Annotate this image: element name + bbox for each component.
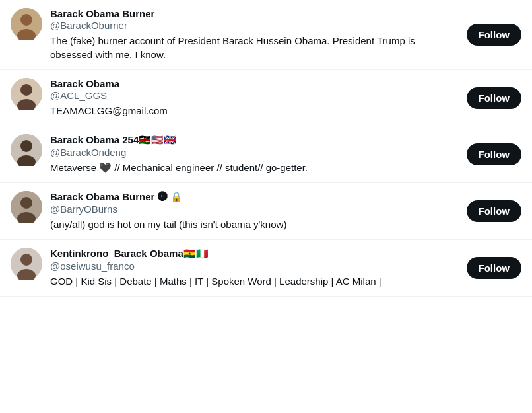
username: @ACL_GGS	[50, 90, 459, 101]
user-name-row: Kentinkrono_Barack Obama🇬🇭🇮🇹	[50, 248, 459, 260]
user-name-row: Barack Obama	[50, 78, 459, 89]
follow-button[interactable]: Follow	[467, 24, 522, 46]
follow-button[interactable]: Follow	[467, 257, 522, 279]
user-name-row: Barack Obama Burner	[50, 8, 459, 19]
display-name: Kentinkrono_Barack Obama🇬🇭🇮🇹	[50, 248, 209, 260]
avatar	[11, 8, 42, 40]
user-name-row: Barack Obama Burner ⓿ 🔒	[50, 191, 459, 203]
username: @BarryOBurns	[50, 204, 459, 215]
bio: The (fake) burner account of President B…	[50, 34, 459, 61]
display-name: Barack Obama Burner	[50, 8, 154, 19]
svg-point-13	[20, 254, 32, 266]
follow-button[interactable]: Follow	[467, 87, 522, 109]
user-item: Barack Obama @ACL_GGS TEAMACLGG@gmail.co…	[0, 70, 532, 126]
svg-point-4	[20, 84, 32, 96]
user-item: Barack Obama Burner @BarackOburner The (…	[0, 0, 532, 70]
user-item: Barack Obama 254🇰🇪🇺🇸🇬🇧 @BarackOndeng Met…	[0, 126, 532, 183]
svg-point-1	[20, 14, 32, 26]
display-name: Barack Obama 254🇰🇪🇺🇸🇬🇧	[50, 134, 176, 146]
bio: (any/all) god is hot on my tail (this is…	[50, 217, 459, 231]
user-info: Barack Obama Burner @BarackOburner The (…	[50, 8, 459, 61]
follow-button[interactable]: Follow	[467, 200, 522, 222]
user-info: Barack Obama Burner ⓿ 🔒 @BarryOBurns (an…	[50, 191, 459, 231]
user-name-row: Barack Obama 254🇰🇪🇺🇸🇬🇧	[50, 134, 459, 146]
follow-button[interactable]: Follow	[467, 143, 522, 165]
svg-point-7	[20, 140, 32, 152]
avatar	[11, 191, 42, 223]
bio: Metaverse 🖤 // Mechanical engineer // st…	[50, 161, 459, 174]
user-info: Barack Obama @ACL_GGS TEAMACLGG@gmail.co…	[50, 78, 459, 118]
svg-point-10	[20, 197, 32, 209]
avatar	[11, 78, 42, 110]
display-name: Barack Obama Burner ⓿ 🔒	[50, 191, 183, 203]
display-name: Barack Obama	[50, 78, 119, 89]
username: @oseiwusu_franco	[50, 260, 459, 272]
avatar	[11, 134, 42, 166]
user-list: Barack Obama Burner @BarackOburner The (…	[0, 0, 532, 297]
username: @BarackOburner	[50, 20, 459, 31]
username: @BarackOndeng	[50, 147, 459, 158]
user-item: Kentinkrono_Barack Obama🇬🇭🇮🇹 @oseiwusu_f…	[0, 240, 532, 297]
bio: GOD | Kid Sis | Debate | Maths | IT | Sp…	[50, 274, 459, 288]
bio: TEAMACLGG@gmail.com	[50, 104, 459, 118]
user-item: Barack Obama Burner ⓿ 🔒 @BarryOBurns (an…	[0, 183, 532, 240]
avatar	[11, 248, 42, 280]
user-info: Barack Obama 254🇰🇪🇺🇸🇬🇧 @BarackOndeng Met…	[50, 134, 459, 174]
user-info: Kentinkrono_Barack Obama🇬🇭🇮🇹 @oseiwusu_f…	[50, 248, 459, 288]
